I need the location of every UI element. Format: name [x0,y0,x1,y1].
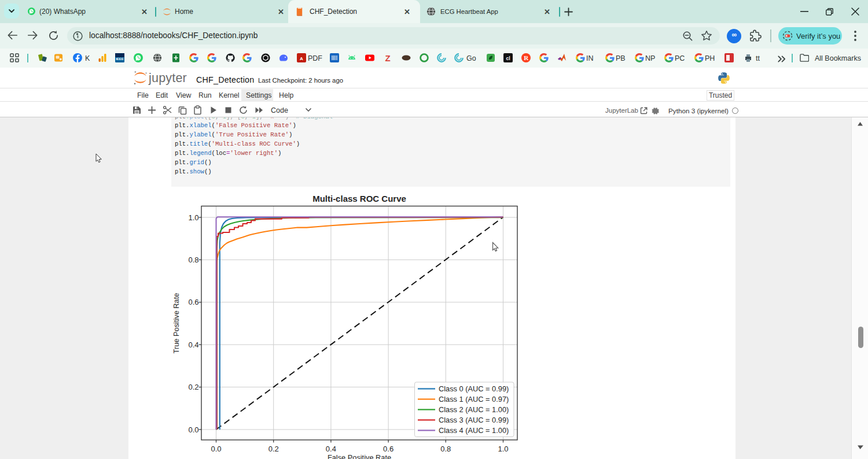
svg-text:A: A [300,56,303,61]
svg-text:R: R [524,54,529,61]
svg-text:Z: Z [385,53,390,62]
svg-text:IEEE: IEEE [116,57,124,61]
svg-text:cl: cl [506,55,510,61]
